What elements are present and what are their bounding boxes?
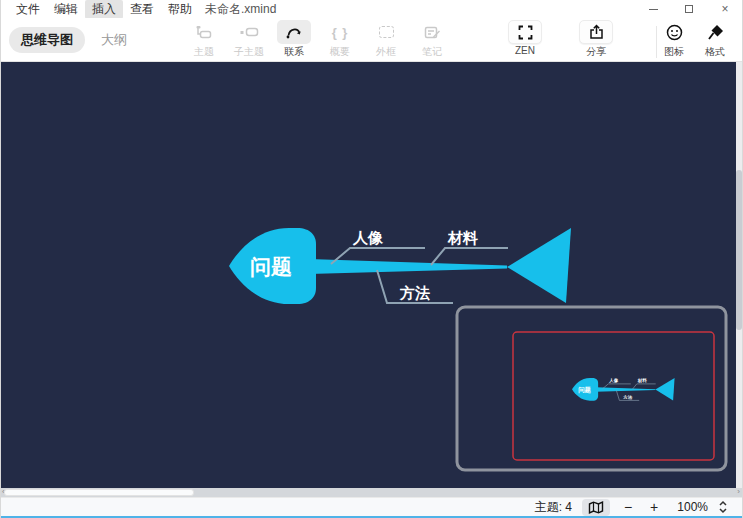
close-button[interactable]: × (718, 2, 732, 16)
fishbone-main[interactable] (229, 228, 571, 304)
share-button[interactable] (579, 20, 613, 44)
summary-button[interactable]: { } (323, 20, 357, 44)
scroll-right-arrow[interactable]: › (737, 487, 740, 496)
mindmap-canvas[interactable]: 问题 人像 材料 方法 (1, 62, 742, 488)
map-icon (588, 501, 604, 514)
menu-bar: 文件 编辑 插入 查看 帮助 未命名.xmind × (1, 0, 742, 18)
vertical-scrollbar-thumb[interactable] (736, 170, 742, 330)
maximize-icon (685, 5, 693, 13)
menu-help[interactable]: 帮助 (161, 0, 199, 19)
status-bar: 主题: 4 − + 100% (1, 497, 742, 516)
minimize-button[interactable] (646, 2, 660, 16)
close-icon: × (721, 2, 728, 16)
tab-mindmap[interactable]: 思维导图 (9, 27, 85, 53)
toolbar-note: 笔记 (410, 20, 454, 59)
topic-count: 主题: 4 (535, 499, 572, 516)
summary-icon: { } (332, 25, 349, 40)
share-icon (589, 24, 604, 40)
toolbar-topic: 主题 (182, 20, 226, 59)
boundary-icon (379, 26, 394, 38)
tab-outline[interactable]: 大纲 (89, 27, 139, 53)
toolbar-boundary: 外框 (364, 20, 408, 59)
minimap-toggle-button[interactable] (582, 499, 610, 516)
window-controls: × (646, 0, 738, 18)
fishbone-diagram: 问题 人像 材料 方法 (1, 62, 738, 488)
zen-icon (518, 25, 533, 40)
boundary-button[interactable] (369, 20, 403, 44)
maximize-button[interactable] (682, 2, 696, 16)
minimize-icon (649, 9, 658, 10)
menu-view[interactable]: 查看 (123, 0, 161, 19)
menu-file[interactable]: 文件 (9, 0, 47, 19)
menu-insert[interactable]: 插入 (85, 0, 123, 19)
toolbar-icons: 图标 (652, 20, 696, 59)
zoom-in-button[interactable]: + (646, 499, 662, 515)
xmind-window: 文件 编辑 插入 查看 帮助 未命名.xmind × 思维导图 大纲 主 (0, 0, 743, 518)
zoom-out-button[interactable]: − (620, 499, 636, 515)
horizontal-scrollbar-thumb[interactable] (4, 489, 194, 496)
toolbar-format: 格式 (693, 20, 737, 59)
icons-button[interactable] (657, 20, 691, 44)
topic-button[interactable] (187, 20, 221, 44)
zoom-stepper-icon[interactable] (718, 500, 728, 514)
smiley-icon (666, 24, 683, 41)
format-button[interactable] (698, 20, 732, 44)
note-icon (424, 25, 441, 40)
toolbar-summary: { } 概要 (318, 20, 362, 59)
vertical-scrollbar[interactable] (736, 62, 742, 488)
toolbar-share: 分享 (574, 20, 618, 59)
relationship-button[interactable] (277, 20, 311, 44)
zoom-level: 100% (672, 500, 708, 514)
document-title: 未命名.xmind (205, 1, 276, 18)
horizontal-scrollbar[interactable]: ‹ › (1, 488, 742, 497)
relationship-icon (285, 25, 303, 40)
menu-edit[interactable]: 编辑 (47, 0, 85, 19)
toolbar-subtopic: 子主题 (227, 20, 271, 59)
format-paint-icon (707, 24, 724, 41)
toolbar: 思维导图 大纲 主题 子主题 (1, 18, 742, 62)
minimap[interactable] (457, 307, 726, 470)
zen-button[interactable] (508, 20, 542, 44)
toolbar-relationship: 联系 (272, 20, 316, 59)
toolbar-zen: ZEN (503, 20, 547, 56)
subtopic-icon (239, 25, 259, 39)
topic-icon (195, 24, 213, 40)
view-tabs: 思维导图 大纲 (9, 27, 139, 53)
subtopic-button[interactable] (232, 20, 266, 44)
note-button[interactable] (415, 20, 449, 44)
